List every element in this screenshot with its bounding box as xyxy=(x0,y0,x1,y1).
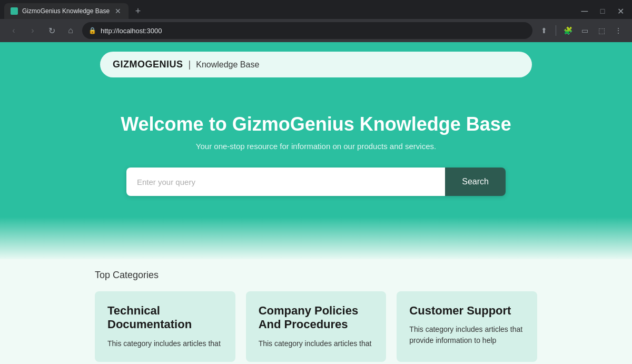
toolbar-divider xyxy=(556,25,556,36)
section-title: Top Categories xyxy=(95,270,537,281)
logo-brand: GIZMOGENIUS xyxy=(113,59,183,70)
categories-section: Top Categories Technical Documentation T… xyxy=(0,259,632,364)
hero-subtitle: Your one-stop resource for information o… xyxy=(11,142,621,151)
reload-button[interactable]: ↻ xyxy=(44,23,59,38)
category-desc-technical: This category includes articles that xyxy=(107,338,223,349)
menu-button[interactable]: ⋮ xyxy=(611,23,626,38)
category-desc-policies: This category includes articles that xyxy=(259,338,374,349)
header-logo-bar: GIZMOGENIUS | Knowledge Base xyxy=(100,52,532,77)
page-content: GIZMOGENIUS | Knowledge Base Welcome to … xyxy=(0,42,632,364)
close-window-button[interactable]: ✕ xyxy=(613,4,628,18)
browser-chrome: GizmoGenius Knowledge Base ✕ + ─ □ ✕ ‹ ›… xyxy=(0,0,632,42)
category-card-policies[interactable]: Company Policies And Procedures This cat… xyxy=(246,291,387,362)
search-button[interactable]: Search xyxy=(445,168,506,196)
category-card-technical[interactable]: Technical Documentation This category in… xyxy=(95,291,235,362)
tab-title: GizmoGenius Knowledge Base xyxy=(22,7,110,15)
category-desc-support: This category includes articles that pro… xyxy=(409,324,525,346)
search-bar: Search xyxy=(126,168,506,196)
extensions-button[interactable]: 🧩 xyxy=(560,23,575,38)
browser-toolbar: ‹ › ↻ ⌂ 🔒 http://localhost:3000 ⬆ 🧩 ▭ ⬚ … xyxy=(0,19,632,42)
tab-close-button[interactable]: ✕ xyxy=(114,7,122,15)
category-card-support[interactable]: Customer Support This category includes … xyxy=(397,291,537,362)
home-button[interactable]: ⌂ xyxy=(63,23,78,38)
logo-subtitle: Knowledge Base xyxy=(196,60,259,70)
site-header: GIZMOGENIUS | Knowledge Base xyxy=(0,42,632,87)
address-bar[interactable]: 🔒 http://localhost:3000 xyxy=(82,22,532,39)
category-title-technical: Technical Documentation xyxy=(107,304,223,332)
back-button[interactable]: ‹ xyxy=(6,23,21,38)
category-title-support: Customer Support xyxy=(409,304,525,318)
categories-grid: Technical Documentation This category in… xyxy=(95,291,537,362)
share-button[interactable]: ⬆ xyxy=(537,23,551,38)
new-tab-button[interactable]: + xyxy=(131,4,145,18)
tab-bar: GizmoGenius Knowledge Base ✕ + ─ □ ✕ xyxy=(0,0,632,19)
lock-icon: 🔒 xyxy=(88,27,96,34)
category-title-policies: Company Policies And Procedures xyxy=(259,304,374,332)
search-input[interactable] xyxy=(126,168,445,196)
hero-title: Welcome to GizmoGenius Knowledge Base xyxy=(11,113,621,135)
hero-section: Welcome to GizmoGenius Knowledge Base Yo… xyxy=(0,87,632,238)
maximize-button[interactable]: □ xyxy=(595,4,610,18)
tab-favicon xyxy=(11,7,18,15)
minimize-button[interactable]: ─ xyxy=(577,4,592,18)
address-text: http://localhost:3000 xyxy=(101,27,162,35)
sidebar-button[interactable]: ▭ xyxy=(577,23,592,38)
active-tab[interactable]: GizmoGenius Knowledge Base ✕ xyxy=(4,3,129,19)
logo-separator: | xyxy=(189,59,191,70)
toolbar-actions: ⬆ 🧩 ▭ ⬚ ⋮ xyxy=(537,23,626,38)
screen-cast-button[interactable]: ⬚ xyxy=(594,23,609,38)
gradient-transition xyxy=(0,217,632,259)
forward-button[interactable]: › xyxy=(25,23,40,38)
